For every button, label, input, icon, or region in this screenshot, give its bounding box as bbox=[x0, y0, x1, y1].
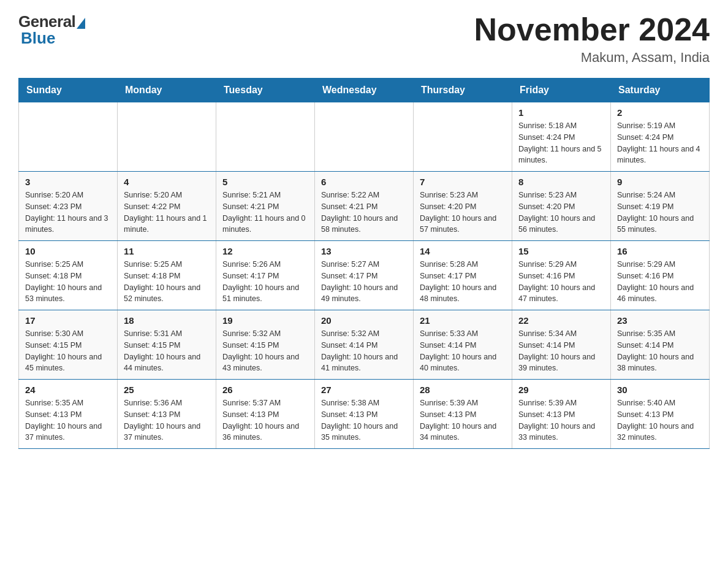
day-info: Sunrise: 5:32 AM Sunset: 4:15 PM Dayligh… bbox=[222, 328, 308, 374]
day-info: Sunrise: 5:29 AM Sunset: 4:16 PM Dayligh… bbox=[518, 259, 604, 305]
calendar-table: SundayMondayTuesdayWednesdayThursdayFrid… bbox=[18, 78, 710, 449]
day-number: 29 bbox=[518, 385, 604, 395]
calendar-day-cell: 18Sunrise: 5:31 AM Sunset: 4:15 PM Dayli… bbox=[118, 310, 216, 380]
calendar-day-cell: 27Sunrise: 5:38 AM Sunset: 4:13 PM Dayli… bbox=[315, 380, 414, 449]
calendar-day-cell: 1Sunrise: 5:18 AM Sunset: 4:24 PM Daylig… bbox=[512, 102, 611, 172]
day-info: Sunrise: 5:34 AM Sunset: 4:14 PM Dayligh… bbox=[518, 328, 604, 374]
day-info: Sunrise: 5:39 AM Sunset: 4:13 PM Dayligh… bbox=[420, 397, 506, 443]
day-number: 12 bbox=[222, 246, 308, 256]
day-number: 3 bbox=[25, 177, 111, 187]
calendar-day-cell bbox=[118, 102, 216, 172]
calendar-day-cell: 11Sunrise: 5:25 AM Sunset: 4:18 PM Dayli… bbox=[118, 241, 216, 310]
day-of-week-header: Friday bbox=[512, 79, 611, 102]
day-info: Sunrise: 5:27 AM Sunset: 4:17 PM Dayligh… bbox=[321, 259, 407, 305]
day-number: 4 bbox=[124, 177, 210, 187]
day-number: 2 bbox=[617, 107, 703, 118]
calendar-day-cell: 6Sunrise: 5:22 AM Sunset: 4:21 PM Daylig… bbox=[315, 172, 414, 241]
day-info: Sunrise: 5:40 AM Sunset: 4:13 PM Dayligh… bbox=[617, 397, 703, 443]
day-info: Sunrise: 5:33 AM Sunset: 4:14 PM Dayligh… bbox=[420, 328, 506, 374]
day-of-week-header: Saturday bbox=[611, 79, 710, 102]
day-number: 8 bbox=[518, 177, 604, 187]
calendar-day-cell: 7Sunrise: 5:23 AM Sunset: 4:20 PM Daylig… bbox=[414, 172, 512, 241]
day-info: Sunrise: 5:21 AM Sunset: 4:21 PM Dayligh… bbox=[222, 190, 308, 236]
day-number: 17 bbox=[25, 315, 111, 326]
day-number: 10 bbox=[25, 246, 111, 256]
day-number: 23 bbox=[617, 315, 703, 326]
calendar-day-cell: 15Sunrise: 5:29 AM Sunset: 4:16 PM Dayli… bbox=[512, 241, 611, 310]
day-number: 15 bbox=[518, 246, 604, 256]
day-info: Sunrise: 5:39 AM Sunset: 4:13 PM Dayligh… bbox=[518, 397, 604, 443]
day-number: 9 bbox=[617, 177, 703, 187]
day-info: Sunrise: 5:37 AM Sunset: 4:13 PM Dayligh… bbox=[222, 397, 308, 443]
day-number: 7 bbox=[420, 177, 506, 187]
day-number: 22 bbox=[518, 315, 604, 326]
day-info: Sunrise: 5:35 AM Sunset: 4:14 PM Dayligh… bbox=[617, 328, 703, 374]
day-info: Sunrise: 5:20 AM Sunset: 4:23 PM Dayligh… bbox=[25, 190, 111, 236]
day-of-week-header: Monday bbox=[118, 79, 216, 102]
day-info: Sunrise: 5:22 AM Sunset: 4:21 PM Dayligh… bbox=[321, 190, 407, 236]
day-info: Sunrise: 5:23 AM Sunset: 4:20 PM Dayligh… bbox=[518, 190, 604, 236]
day-info: Sunrise: 5:20 AM Sunset: 4:22 PM Dayligh… bbox=[124, 190, 210, 236]
day-info: Sunrise: 5:18 AM Sunset: 4:24 PM Dayligh… bbox=[518, 120, 604, 166]
calendar-day-cell bbox=[414, 102, 512, 172]
calendar-day-cell: 19Sunrise: 5:32 AM Sunset: 4:15 PM Dayli… bbox=[216, 310, 315, 380]
calendar-header-row: SundayMondayTuesdayWednesdayThursdayFrid… bbox=[19, 79, 710, 102]
day-number: 11 bbox=[124, 246, 210, 256]
day-info: Sunrise: 5:29 AM Sunset: 4:16 PM Dayligh… bbox=[617, 259, 703, 305]
calendar-day-cell: 14Sunrise: 5:28 AM Sunset: 4:17 PM Dayli… bbox=[414, 241, 512, 310]
day-of-week-header: Wednesday bbox=[315, 79, 414, 102]
day-info: Sunrise: 5:30 AM Sunset: 4:15 PM Dayligh… bbox=[25, 328, 111, 374]
day-number: 21 bbox=[420, 315, 506, 326]
calendar-day-cell: 30Sunrise: 5:40 AM Sunset: 4:13 PM Dayli… bbox=[611, 380, 710, 449]
day-info: Sunrise: 5:31 AM Sunset: 4:15 PM Dayligh… bbox=[124, 328, 210, 374]
day-info: Sunrise: 5:32 AM Sunset: 4:14 PM Dayligh… bbox=[321, 328, 407, 374]
day-info: Sunrise: 5:28 AM Sunset: 4:17 PM Dayligh… bbox=[420, 259, 506, 305]
calendar-day-cell: 20Sunrise: 5:32 AM Sunset: 4:14 PM Dayli… bbox=[315, 310, 414, 380]
day-info: Sunrise: 5:25 AM Sunset: 4:18 PM Dayligh… bbox=[25, 259, 111, 305]
logo-arrow-icon bbox=[77, 18, 85, 29]
calendar-day-cell: 9Sunrise: 5:24 AM Sunset: 4:19 PM Daylig… bbox=[611, 172, 710, 241]
calendar-day-cell: 29Sunrise: 5:39 AM Sunset: 4:13 PM Dayli… bbox=[512, 380, 611, 449]
day-of-week-header: Tuesday bbox=[216, 79, 315, 102]
month-title: November 2024 bbox=[474, 12, 710, 47]
calendar-day-cell: 5Sunrise: 5:21 AM Sunset: 4:21 PM Daylig… bbox=[216, 172, 315, 241]
calendar-day-cell bbox=[216, 102, 315, 172]
day-number: 20 bbox=[321, 315, 407, 326]
day-number: 16 bbox=[617, 246, 703, 256]
calendar-day-cell bbox=[19, 102, 118, 172]
day-number: 5 bbox=[222, 177, 308, 187]
calendar-day-cell: 12Sunrise: 5:26 AM Sunset: 4:17 PM Dayli… bbox=[216, 241, 315, 310]
calendar-day-cell: 21Sunrise: 5:33 AM Sunset: 4:14 PM Dayli… bbox=[414, 310, 512, 380]
day-number: 13 bbox=[321, 246, 407, 256]
calendar-week-row: 17Sunrise: 5:30 AM Sunset: 4:15 PM Dayli… bbox=[19, 310, 710, 380]
day-info: Sunrise: 5:24 AM Sunset: 4:19 PM Dayligh… bbox=[617, 190, 703, 236]
logo: General Blue bbox=[18, 12, 85, 48]
calendar-day-cell: 17Sunrise: 5:30 AM Sunset: 4:15 PM Dayli… bbox=[19, 310, 118, 380]
calendar-day-cell: 16Sunrise: 5:29 AM Sunset: 4:16 PM Dayli… bbox=[611, 241, 710, 310]
day-info: Sunrise: 5:35 AM Sunset: 4:13 PM Dayligh… bbox=[25, 397, 111, 443]
calendar-day-cell: 13Sunrise: 5:27 AM Sunset: 4:17 PM Dayli… bbox=[315, 241, 414, 310]
calendar-day-cell: 3Sunrise: 5:20 AM Sunset: 4:23 PM Daylig… bbox=[19, 172, 118, 241]
page-header: General Blue November 2024 Makum, Assam,… bbox=[18, 12, 710, 66]
day-info: Sunrise: 5:19 AM Sunset: 4:24 PM Dayligh… bbox=[617, 120, 703, 166]
day-number: 26 bbox=[222, 385, 308, 395]
day-number: 25 bbox=[124, 385, 210, 395]
calendar-day-cell bbox=[315, 102, 414, 172]
logo-blue-text: Blue bbox=[21, 29, 55, 48]
calendar-day-cell: 23Sunrise: 5:35 AM Sunset: 4:14 PM Dayli… bbox=[611, 310, 710, 380]
calendar-day-cell: 28Sunrise: 5:39 AM Sunset: 4:13 PM Dayli… bbox=[414, 380, 512, 449]
location-title: Makum, Assam, India bbox=[474, 50, 710, 66]
day-number: 1 bbox=[518, 107, 604, 118]
day-number: 24 bbox=[25, 385, 111, 395]
day-number: 19 bbox=[222, 315, 308, 326]
title-section: November 2024 Makum, Assam, India bbox=[474, 12, 710, 66]
calendar-day-cell: 22Sunrise: 5:34 AM Sunset: 4:14 PM Dayli… bbox=[512, 310, 611, 380]
calendar-day-cell: 2Sunrise: 5:19 AM Sunset: 4:24 PM Daylig… bbox=[611, 102, 710, 172]
day-number: 27 bbox=[321, 385, 407, 395]
calendar-day-cell: 25Sunrise: 5:36 AM Sunset: 4:13 PM Dayli… bbox=[118, 380, 216, 449]
day-info: Sunrise: 5:23 AM Sunset: 4:20 PM Dayligh… bbox=[420, 190, 506, 236]
day-of-week-header: Thursday bbox=[414, 79, 512, 102]
day-number: 6 bbox=[321, 177, 407, 187]
calendar-day-cell: 8Sunrise: 5:23 AM Sunset: 4:20 PM Daylig… bbox=[512, 172, 611, 241]
day-info: Sunrise: 5:25 AM Sunset: 4:18 PM Dayligh… bbox=[124, 259, 210, 305]
